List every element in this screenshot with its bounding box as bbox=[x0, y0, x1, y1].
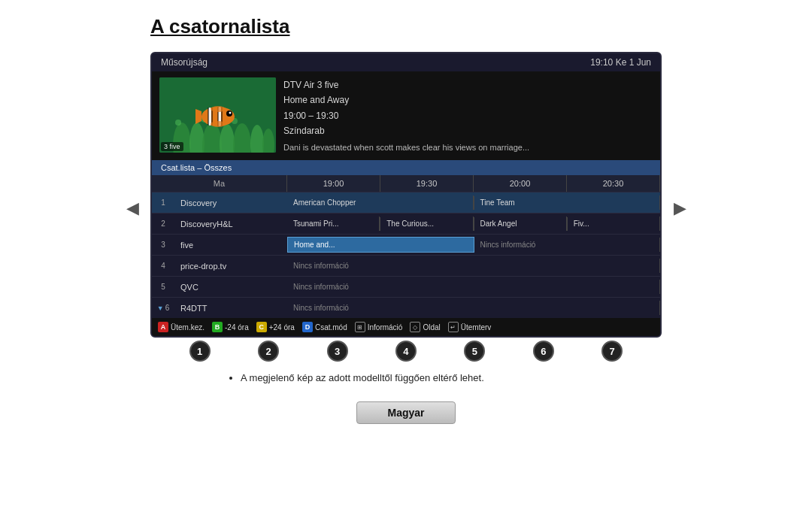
time-headers: 19:00 19:30 20:00 20:30 bbox=[287, 175, 660, 192]
time-header-2: 19:30 bbox=[380, 175, 474, 192]
btn-label-2: -24 óra bbox=[225, 323, 249, 332]
main-container: ◀ Műsorújság 19:10 Ke 1 Jun bbox=[30, 52, 782, 365]
note-section: A megjelenő kép az adott modelltől függő… bbox=[105, 372, 707, 383]
programs-6: Nincs információ bbox=[287, 298, 660, 318]
btn-label-7: Ütemterv bbox=[461, 323, 492, 332]
program-5-1: Nincs információ bbox=[287, 280, 660, 294]
circle-3: 3 bbox=[327, 341, 348, 362]
programs-5: Nincs információ bbox=[287, 277, 660, 297]
preview-channel: DTV Air 3 five bbox=[283, 77, 529, 92]
btn-item-3[interactable]: C +24 óra bbox=[256, 322, 295, 332]
program-3-2: Nincs információ bbox=[474, 238, 661, 252]
svg-point-8 bbox=[175, 120, 181, 126]
circle-2: 2 bbox=[258, 341, 279, 362]
schedule-header: Ma 19:00 19:30 20:00 20:30 bbox=[152, 175, 660, 192]
blue-button[interactable]: D bbox=[302, 322, 313, 332]
btn-item-5[interactable]: ⊞ Információ bbox=[355, 322, 403, 332]
program-2-1: Tsunami Pri... bbox=[287, 217, 380, 231]
lang-button-row: Magyar bbox=[30, 401, 782, 424]
yellow-button[interactable]: C bbox=[256, 322, 267, 332]
channel-name-6: R4DTT bbox=[174, 301, 287, 316]
channel-row-1[interactable]: 1 Discovery American Chopper Tine Team bbox=[152, 192, 660, 213]
preview-section: 3 five DTV Air 3 five Home and Away 19:0… bbox=[152, 71, 660, 160]
programs-2: Tsunami Pri... The Curious... Dark Angel… bbox=[287, 214, 660, 234]
circle-4: 4 bbox=[395, 341, 417, 362]
channel-label: 3 five bbox=[161, 142, 183, 151]
filter-label: Csat.lista – Összes bbox=[161, 163, 232, 172]
channel-name-3: five bbox=[174, 238, 287, 253]
diamond-button[interactable]: ◇ bbox=[410, 322, 420, 332]
channel-row-3[interactable]: 3 five Home and... Nincs információ bbox=[152, 234, 660, 255]
btn-item-2[interactable]: B -24 óra bbox=[212, 322, 249, 332]
channel-name-5: QVC bbox=[174, 280, 287, 295]
circle-1: 1 bbox=[189, 341, 211, 362]
preview-genre: Színdarab bbox=[283, 123, 529, 138]
svg-rect-14 bbox=[208, 108, 209, 126]
svg-point-19 bbox=[229, 112, 232, 114]
red-button[interactable]: A bbox=[158, 322, 168, 332]
preview-info: DTV Air 3 five Home and Away 19:00 – 19:… bbox=[283, 77, 529, 154]
preview-time: 19:00 – 19:30 bbox=[283, 108, 529, 123]
numbered-circles-row: 1 2 3 4 5 6 7 bbox=[150, 338, 662, 365]
program-1-2: Tine Team bbox=[474, 195, 661, 210]
btn-label-4: Csat.mód bbox=[315, 323, 347, 332]
channel-name-1: Discovery bbox=[174, 195, 287, 210]
page-title: A csatornalista bbox=[150, 15, 289, 38]
tv-header: Műsorújság 19:10 Ke 1 Jun bbox=[152, 53, 660, 71]
channel-name-2: DiscoveryH&L bbox=[174, 217, 287, 232]
btn-item-6[interactable]: ◇ Oldal bbox=[410, 322, 440, 332]
channel-num-3: 3 bbox=[152, 238, 174, 252]
green-button[interactable]: B bbox=[212, 322, 223, 332]
circle-7: 7 bbox=[601, 341, 623, 362]
program-3-1: Home and... bbox=[287, 237, 474, 253]
filter-bar: Csat.lista – Összes bbox=[152, 160, 660, 175]
channel-row-6[interactable]: ▼6 R4DTT Nincs információ bbox=[152, 297, 660, 318]
grid-button[interactable]: ⊞ bbox=[355, 322, 365, 332]
tv-screen: Műsorújság 19:10 Ke 1 Jun bbox=[150, 52, 662, 365]
btn-item-1[interactable]: A Ütem.kez. bbox=[158, 322, 205, 332]
program-2-2: The Curious... bbox=[380, 217, 473, 231]
channel-row-2[interactable]: 2 DiscoveryH&L Tsunami Pri... The Curiou… bbox=[152, 213, 660, 234]
circle-6: 6 bbox=[533, 341, 554, 362]
program-2-4: Fiv... bbox=[568, 217, 660, 231]
channel-num-6: ▼6 bbox=[152, 301, 174, 315]
circle-5: 5 bbox=[464, 341, 485, 362]
preview-show: Home and Away bbox=[283, 92, 529, 108]
channel-num-1: 1 bbox=[152, 195, 174, 210]
bottom-bar: A Ütem.kez. B -24 óra C +24 óra D Csat.m… bbox=[152, 318, 660, 336]
programs-4: Nincs információ bbox=[287, 256, 660, 276]
btn-item-7[interactable]: ↵ Ütemterv bbox=[448, 322, 492, 332]
program-4-1: Nincs információ bbox=[287, 259, 660, 273]
btn-label-5: Információ bbox=[368, 323, 403, 332]
program-1-1: American Chopper bbox=[287, 195, 474, 210]
schedule-day: Ma bbox=[152, 175, 287, 192]
nav-right-arrow[interactable]: ▶ bbox=[669, 193, 690, 223]
datetime-display: 19:10 Ke 1 Jun bbox=[590, 57, 651, 68]
arrow-marker: ▼ bbox=[157, 304, 164, 312]
channel-num-5: 5 bbox=[152, 280, 174, 294]
note-text: A megjelenő kép az adott modelltől függő… bbox=[241, 372, 484, 383]
program-2-3: Dark Angel bbox=[474, 217, 567, 231]
time-header-4: 20:30 bbox=[567, 175, 660, 192]
programs-3: Home and... Nincs információ bbox=[287, 235, 660, 255]
time-header-3: 20:00 bbox=[474, 175, 567, 192]
programs-1: American Chopper Tine Team bbox=[287, 192, 660, 213]
channel-row-4[interactable]: 4 price-drop.tv Nincs információ bbox=[152, 255, 660, 276]
btn-label-1: Ütem.kez. bbox=[171, 323, 205, 332]
btn-label-6: Oldal bbox=[423, 323, 440, 332]
btn-label-3: +24 óra bbox=[269, 323, 295, 332]
channel-num-2: 2 bbox=[152, 217, 174, 231]
time-header-1: 19:00 bbox=[287, 175, 380, 192]
language-button[interactable]: Magyar bbox=[356, 401, 455, 424]
btn-item-4[interactable]: D Csat.mód bbox=[302, 322, 347, 332]
preview-svg bbox=[159, 77, 276, 153]
nav-left-arrow[interactable]: ◀ bbox=[122, 193, 143, 223]
svg-point-21 bbox=[211, 106, 226, 112]
return-button[interactable]: ↵ bbox=[448, 322, 459, 332]
preview-image: 3 five bbox=[159, 77, 276, 153]
channel-num-4: 4 bbox=[152, 259, 174, 273]
channel-name-4: price-drop.tv bbox=[174, 259, 287, 274]
program-6-1: Nincs információ bbox=[287, 301, 660, 315]
preview-description: Dani is devastated when scott makes clea… bbox=[283, 141, 529, 155]
channel-row-5[interactable]: 5 QVC Nincs információ bbox=[152, 276, 660, 297]
